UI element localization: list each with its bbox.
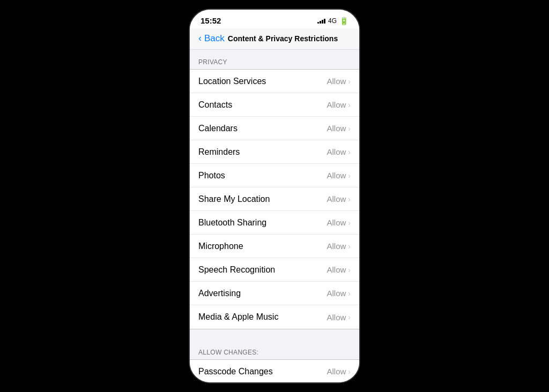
list-group-0: Location ServicesAllow›ContactsAllow›Cal… <box>190 69 359 329</box>
chevron-right-icon: › <box>348 101 351 109</box>
item-right: Allow› <box>327 367 351 376</box>
item-right: Allow› <box>327 242 351 251</box>
status-icons: 4G 🔋 <box>317 17 348 25</box>
item-label: Photos <box>198 171 225 180</box>
item-right: Allow› <box>327 100 351 109</box>
status-time: 15:52 <box>201 16 221 25</box>
item-value: Allow <box>327 242 346 251</box>
item-right: Allow› <box>327 218 351 227</box>
item-label: Share My Location <box>198 194 270 204</box>
chevron-right-icon: › <box>348 218 351 227</box>
content-area: PRIVACYLocation ServicesAllow›ContactsAl… <box>190 50 359 382</box>
item-label: Microphone <box>198 242 243 251</box>
item-label: Location Services <box>198 77 266 86</box>
item-label: Media & Apple Music <box>198 312 278 322</box>
chevron-right-icon: › <box>348 242 351 251</box>
item-right: Allow› <box>327 265 351 274</box>
chevron-right-icon: › <box>348 313 351 321</box>
list-item[interactable]: MicrophoneAllow› <box>190 235 359 258</box>
item-right: Allow› <box>327 124 351 133</box>
item-label: Contacts <box>198 100 232 110</box>
item-value: Allow <box>327 367 346 376</box>
network-label: 4G <box>328 17 337 25</box>
list-item[interactable]: ContactsAllow› <box>190 93 359 117</box>
back-label: Back <box>204 33 225 44</box>
list-item[interactable]: Speech RecognitionAllow› <box>190 258 359 282</box>
item-right: Allow› <box>327 171 351 180</box>
list-item[interactable]: CalendarsAllow› <box>190 117 359 140</box>
item-right: Allow› <box>327 289 351 298</box>
item-value: Allow <box>327 265 346 274</box>
chevron-right-icon: › <box>348 266 351 274</box>
chevron-right-icon: › <box>348 124 351 133</box>
item-value: Allow <box>327 289 346 298</box>
item-value: Allow <box>327 313 346 322</box>
item-value: Allow <box>327 194 346 203</box>
section-spacer <box>190 329 359 340</box>
item-label: Bluetooth Sharing <box>198 218 266 228</box>
item-value: Allow <box>327 100 346 109</box>
item-right: Allow› <box>327 313 351 322</box>
chevron-right-icon: › <box>348 195 351 203</box>
item-right: Allow› <box>327 194 351 203</box>
list-item[interactable]: RemindersAllow› <box>190 140 359 164</box>
status-bar: 15:52 4G 🔋 <box>190 10 359 28</box>
item-label: Calendars <box>198 124 238 133</box>
list-group-1: Passcode ChangesAllow›Account ChangesAll… <box>190 359 359 382</box>
chevron-right-icon: › <box>348 148 351 156</box>
page-title: Content & Privacy Restrictions <box>228 34 351 43</box>
item-label: Advertising <box>198 289 241 298</box>
list-item[interactable]: Passcode ChangesAllow› <box>190 360 359 382</box>
chevron-right-icon: › <box>348 171 351 180</box>
item-label: Passcode Changes <box>198 367 273 376</box>
list-item[interactable]: AdvertisingAllow› <box>190 282 359 305</box>
item-value: Allow <box>327 171 346 180</box>
section-header-0: PRIVACY <box>190 50 359 69</box>
item-label: Speech Recognition <box>198 265 275 275</box>
phone-frame: 15:52 4G 🔋 ‹ Back Content & Privacy Rest… <box>189 9 360 383</box>
list-item[interactable]: PhotosAllow› <box>190 164 359 187</box>
chevron-right-icon: › <box>348 367 351 376</box>
signal-icon <box>317 18 325 24</box>
list-item[interactable]: Location ServicesAllow› <box>190 70 359 93</box>
chevron-right-icon: › <box>348 289 351 298</box>
section-header-1: ALLOW CHANGES: <box>190 340 359 359</box>
item-value: Allow <box>327 124 346 133</box>
list-item[interactable]: Share My LocationAllow› <box>190 187 359 211</box>
item-right: Allow› <box>327 147 351 156</box>
item-value: Allow <box>327 147 346 156</box>
item-label: Reminders <box>198 147 240 157</box>
back-chevron-icon: ‹ <box>198 33 202 44</box>
list-item[interactable]: Media & Apple MusicAllow› <box>190 305 359 329</box>
battery-icon: 🔋 <box>339 17 348 25</box>
chevron-right-icon: › <box>348 77 351 86</box>
item-value: Allow <box>327 218 346 227</box>
item-value: Allow <box>327 77 346 86</box>
list-item[interactable]: Bluetooth SharingAllow› <box>190 211 359 235</box>
back-button[interactable]: ‹ Back <box>198 33 225 44</box>
item-right: Allow› <box>327 77 351 86</box>
nav-bar: ‹ Back Content & Privacy Restrictions <box>190 28 359 50</box>
